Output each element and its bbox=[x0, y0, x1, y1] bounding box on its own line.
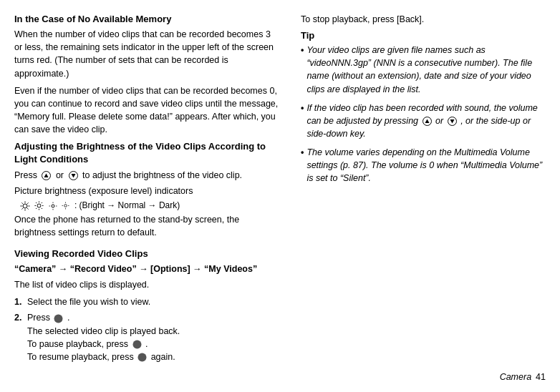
section-no-memory: In the Case of No Available Memory When … bbox=[14, 13, 279, 140]
svg-point-32 bbox=[54, 314, 63, 323]
para-no-memory-1: When the number of video clips that can … bbox=[14, 28, 279, 80]
step-1-text: Select the file you wish to view. bbox=[27, 295, 279, 308]
nav-path: “Camera” → “Record Video” → [Options] → … bbox=[14, 263, 279, 276]
stop-line: To stop playback, press [Back]. bbox=[301, 13, 546, 26]
para-no-memory-2: Even if the number of video clips that c… bbox=[14, 84, 279, 137]
svg-point-27 bbox=[64, 205, 67, 207]
svg-line-19 bbox=[42, 208, 42, 209]
tip-arrow-up-icon bbox=[423, 116, 434, 126]
page-footer: Camera 41 bbox=[500, 372, 546, 382]
svg-line-21 bbox=[36, 208, 37, 209]
step-2-resume-circle-icon bbox=[137, 352, 149, 362]
tip-bullet-1-text: Your video clips are given file names su… bbox=[306, 44, 546, 96]
svg-marker-3 bbox=[71, 174, 75, 178]
svg-point-13 bbox=[37, 204, 41, 207]
svg-line-18 bbox=[36, 202, 37, 203]
exp-icon-3 bbox=[49, 200, 59, 210]
tip-heading: Tip bbox=[301, 30, 546, 41]
svg-point-33 bbox=[132, 340, 141, 348]
arrow-up-icon bbox=[42, 171, 51, 180]
heading-brightness: Adjusting the Brightness of the Video Cl… bbox=[14, 140, 279, 166]
step-2-sub2-text: To pause playback, press bbox=[27, 339, 128, 349]
svg-point-22 bbox=[52, 205, 54, 207]
arrow-down-icon bbox=[69, 171, 78, 180]
brightness-return-line: Once the phone has returned to the stand… bbox=[14, 213, 279, 239]
step-2: 2. Press . The selected video clip is pl… bbox=[14, 311, 279, 363]
step-2-press: Press bbox=[27, 313, 50, 323]
list-intro: The list of video clips is displayed. bbox=[14, 278, 279, 291]
tip-bullet-3-text: The volume varies depending on the Multi… bbox=[306, 146, 546, 185]
exposure-line: Picture brightness (exposure level) indi… bbox=[14, 185, 279, 197]
footer-page: 41 bbox=[536, 372, 546, 382]
step-1: 1. Select the file you wish to view. bbox=[14, 295, 279, 308]
step-2-sub1: The selected video clip is played back. bbox=[27, 326, 180, 336]
svg-marker-38 bbox=[450, 119, 454, 124]
tip-arrow-down-icon bbox=[448, 116, 459, 126]
footer-label: Camera bbox=[500, 372, 531, 382]
step-2-num: 2. bbox=[14, 311, 24, 363]
step-2-sub3b: again. bbox=[151, 352, 175, 362]
step-1-num: 1. bbox=[14, 295, 24, 308]
section-viewing: Viewing Recorded Video Clips “Camera” → … bbox=[14, 248, 279, 367]
svg-line-20 bbox=[42, 202, 42, 203]
tip-bullet-1: • Your video clips are given file names … bbox=[301, 44, 546, 96]
svg-point-4 bbox=[23, 204, 27, 208]
exp-icon-1 bbox=[20, 200, 32, 210]
step-2-circle-icon bbox=[54, 313, 65, 323]
steps-list: 1. Select the file you wish to view. 2. … bbox=[14, 295, 279, 363]
tip-bullet-2-content: If the video clip has been recorded with… bbox=[306, 102, 546, 140]
tip-bullet-3: • The volume varies depending on the Mul… bbox=[301, 146, 546, 185]
step-2-sub2b: . bbox=[145, 339, 148, 349]
svg-line-10 bbox=[27, 208, 28, 209]
svg-line-11 bbox=[27, 202, 28, 203]
tip-bullet-2: • If the video clip has been recorded wi… bbox=[301, 102, 546, 140]
section-brightness: Adjusting the Brightness of the Video Cl… bbox=[14, 140, 279, 243]
heading-no-memory: In the Case of No Available Memory bbox=[14, 13, 279, 26]
heading-viewing: Viewing Recorded Video Clips bbox=[14, 248, 279, 260]
brightness-press-line: Press or to adjust the brightness of the… bbox=[14, 169, 279, 182]
exp-icon-2 bbox=[34, 200, 46, 210]
svg-line-12 bbox=[21, 208, 22, 209]
step-2-content: Press . The selected video clip is playe… bbox=[27, 311, 279, 363]
exposure-icons-line: : (Bright → Normal → Dark) bbox=[20, 199, 279, 212]
tip-bullet-list: • Your video clips are given file names … bbox=[301, 44, 546, 185]
exp-icon-4 bbox=[62, 200, 72, 210]
svg-marker-1 bbox=[44, 173, 49, 177]
step-2-pause-circle-icon bbox=[132, 339, 144, 349]
step-2-period: . bbox=[67, 313, 69, 323]
svg-marker-36 bbox=[425, 119, 429, 123]
svg-point-34 bbox=[138, 353, 147, 361]
tip-section: Tip • Your video clips are given file na… bbox=[301, 30, 546, 190]
left-column: In the Case of No Available Memory When … bbox=[14, 13, 279, 379]
step-2-sub3-text: To resume playback, press bbox=[27, 352, 134, 362]
svg-line-9 bbox=[21, 202, 22, 203]
right-column: To stop playback, press [Back]. Tip • Yo… bbox=[301, 13, 546, 379]
